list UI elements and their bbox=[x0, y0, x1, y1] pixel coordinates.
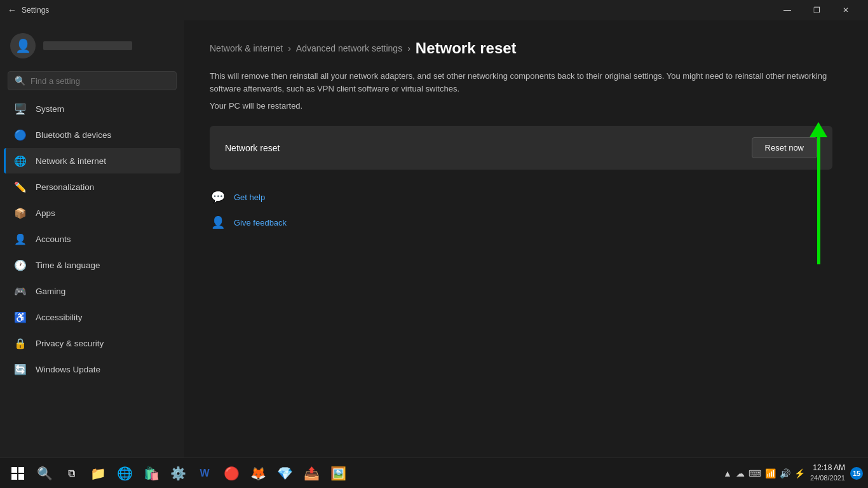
task-view-button[interactable]: ⧉ bbox=[58, 461, 84, 486]
tray-chevron[interactable]: ▲ bbox=[723, 468, 732, 478]
clock-date: 24/08/2021 bbox=[810, 473, 845, 483]
personalization-icon: ✏️ bbox=[14, 180, 27, 193]
reset-now-button[interactable]: Reset now bbox=[752, 137, 817, 158]
sidebar-item-gaming[interactable]: 🎮 Gaming bbox=[4, 278, 180, 304]
arrow-line bbox=[817, 137, 820, 264]
sidebar-item-accounts[interactable]: 👤 Accounts bbox=[4, 226, 180, 252]
sidebar-item-system[interactable]: 🖥️ System bbox=[4, 96, 180, 121]
taskbar-app-store[interactable]: 🛍️ bbox=[139, 461, 164, 486]
accessibility-icon: ♿ bbox=[14, 311, 27, 323]
window-controls: — ❐ ✕ bbox=[773, 0, 860, 20]
taskbar-clock[interactable]: 12:18 AM 24/08/2021 bbox=[810, 463, 845, 483]
arrow-head bbox=[810, 122, 827, 137]
taskbar-app-misc2[interactable]: 🖼️ bbox=[325, 461, 351, 486]
tray-battery[interactable]: ⚡ bbox=[794, 468, 805, 478]
taskbar-app-obsidian[interactable]: 💎 bbox=[272, 461, 297, 486]
maximize-button[interactable]: ❐ bbox=[802, 0, 831, 20]
apps-icon: 📦 bbox=[14, 207, 27, 219]
svg-rect-3 bbox=[18, 474, 24, 480]
taskbar-app-edge[interactable]: 🌐 bbox=[112, 461, 137, 486]
restart-note: Your PC will be restarted. bbox=[210, 101, 843, 111]
nav-label-personalization: Personalization bbox=[36, 182, 94, 192]
nav-label-privacy: Privacy & security bbox=[36, 339, 104, 348]
notification-badge[interactable]: 15 bbox=[850, 467, 863, 480]
description-text: This will remove then reinstall all your… bbox=[210, 70, 832, 95]
breadcrumb-sep-1: › bbox=[288, 43, 291, 53]
search-input[interactable] bbox=[31, 76, 170, 86]
sidebar-item-privacy[interactable]: 🔒 Privacy & security bbox=[4, 330, 180, 356]
tray-keyboard[interactable]: ⌨ bbox=[749, 468, 761, 478]
nav-label-system: System bbox=[36, 104, 64, 114]
taskbar-app-word[interactable]: W bbox=[192, 461, 217, 486]
start-button[interactable] bbox=[5, 461, 31, 486]
tray-wifi[interactable]: 📶 bbox=[765, 468, 776, 478]
user-section: 👤 bbox=[0, 20, 184, 71]
breadcrumb-sep-2: › bbox=[407, 43, 410, 53]
breadcrumb-item-2: Network reset bbox=[416, 39, 517, 57]
content-area: Network & internet›Advanced network sett… bbox=[184, 20, 868, 458]
nav-label-apps: Apps bbox=[36, 208, 55, 218]
links-section: 💬 Get help👤 Give feedback bbox=[210, 189, 843, 231]
nav-label-update: Windows Update bbox=[36, 365, 100, 374]
back-icon[interactable]: ← bbox=[8, 5, 17, 15]
sidebar-item-apps[interactable]: 📦 Apps bbox=[4, 200, 180, 226]
nav-label-time: Time & language bbox=[36, 261, 100, 270]
clock-time: 12:18 AM bbox=[810, 463, 845, 473]
taskbar-app-settings[interactable]: ⚙️ bbox=[165, 461, 191, 486]
link-get-help[interactable]: 💬 Get help bbox=[210, 189, 843, 205]
taskbar-right: ▲ ☁ ⌨ 📶 🔊 ⚡ 12:18 AM 24/08/2021 15 bbox=[723, 463, 863, 483]
taskbar-app-files[interactable]: 📁 bbox=[85, 461, 111, 486]
update-icon: 🔄 bbox=[14, 363, 27, 376]
minimize-button[interactable]: — bbox=[773, 0, 802, 20]
reset-card-title: Network reset bbox=[225, 143, 280, 153]
give-feedback-icon: 👤 bbox=[210, 214, 226, 231]
link-give-feedback[interactable]: 👤 Give feedback bbox=[210, 214, 843, 231]
taskbar-app-chrome[interactable]: 🔴 bbox=[219, 461, 244, 486]
avatar: 👤 bbox=[10, 33, 36, 58]
system-tray: ▲ ☁ ⌨ 📶 🔊 ⚡ bbox=[723, 468, 805, 478]
svg-rect-0 bbox=[11, 467, 17, 473]
app-title: Settings bbox=[22, 6, 773, 15]
titlebar: ← Settings — ❐ ✕ bbox=[0, 0, 868, 20]
sidebar-nav: 🖥️ System🔵 Bluetooth & devices🌐 Network … bbox=[0, 95, 184, 383]
search-box[interactable]: 🔍 bbox=[8, 71, 177, 90]
breadcrumb-item-1[interactable]: Advanced network settings bbox=[296, 43, 402, 53]
get-help-label: Get help bbox=[234, 193, 265, 202]
tray-cloud[interactable]: ☁ bbox=[736, 468, 745, 478]
nav-label-accounts: Accounts bbox=[36, 234, 71, 244]
nav-label-bluetooth: Bluetooth & devices bbox=[36, 130, 111, 140]
network-icon: 🌐 bbox=[14, 154, 27, 167]
nav-label-accessibility: Accessibility bbox=[36, 313, 83, 322]
taskbar-app-burp[interactable]: 🦊 bbox=[245, 461, 271, 486]
sidebar: 👤 🔍 🖥️ System🔵 Bluetooth & devices🌐 Netw… bbox=[0, 20, 184, 458]
sidebar-item-update[interactable]: 🔄 Windows Update bbox=[4, 356, 180, 382]
close-button[interactable]: ✕ bbox=[831, 0, 860, 20]
green-arrow-annotation bbox=[810, 122, 827, 264]
nav-label-gaming: Gaming bbox=[36, 287, 65, 296]
breadcrumb-item-0[interactable]: Network & internet bbox=[210, 43, 283, 53]
search-icon: 🔍 bbox=[15, 76, 25, 86]
system-icon: 🖥️ bbox=[14, 102, 27, 115]
nav-label-network: Network & internet bbox=[36, 156, 106, 166]
user-name-block bbox=[43, 41, 132, 50]
reset-card: Network reset Reset now bbox=[210, 126, 832, 170]
sidebar-item-time[interactable]: 🕐 Time & language bbox=[4, 252, 180, 278]
get-help-icon: 💬 bbox=[210, 189, 226, 205]
sidebar-item-network[interactable]: 🌐 Network & internet bbox=[4, 148, 180, 173]
taskbar-app-misc1[interactable]: 📤 bbox=[299, 461, 324, 486]
svg-rect-1 bbox=[18, 467, 24, 473]
tray-volume[interactable]: 🔊 bbox=[780, 468, 790, 478]
taskbar-search-button[interactable]: 🔍 bbox=[32, 461, 57, 486]
give-feedback-label: Give feedback bbox=[234, 218, 287, 227]
accounts-icon: 👤 bbox=[14, 233, 27, 245]
taskbar: 🔍 ⧉ 📁 🌐 🛍️ ⚙️ W 🔴 🦊 💎 📤 🖼️ ▲ ☁ ⌨ 📶 🔊 ⚡ 1… bbox=[0, 458, 868, 488]
privacy-icon: 🔒 bbox=[14, 337, 27, 349]
app-body: 👤 🔍 🖥️ System🔵 Bluetooth & devices🌐 Netw… bbox=[0, 20, 868, 458]
sidebar-item-accessibility[interactable]: ♿ Accessibility bbox=[4, 304, 180, 330]
svg-rect-2 bbox=[11, 474, 17, 480]
taskbar-left: 🔍 ⧉ 📁 🌐 🛍️ ⚙️ W 🔴 🦊 💎 📤 🖼️ bbox=[5, 461, 721, 486]
bluetooth-icon: 🔵 bbox=[14, 128, 27, 141]
time-icon: 🕐 bbox=[14, 259, 27, 271]
sidebar-item-bluetooth[interactable]: 🔵 Bluetooth & devices bbox=[4, 122, 180, 147]
sidebar-item-personalization[interactable]: ✏️ Personalization bbox=[4, 174, 180, 200]
